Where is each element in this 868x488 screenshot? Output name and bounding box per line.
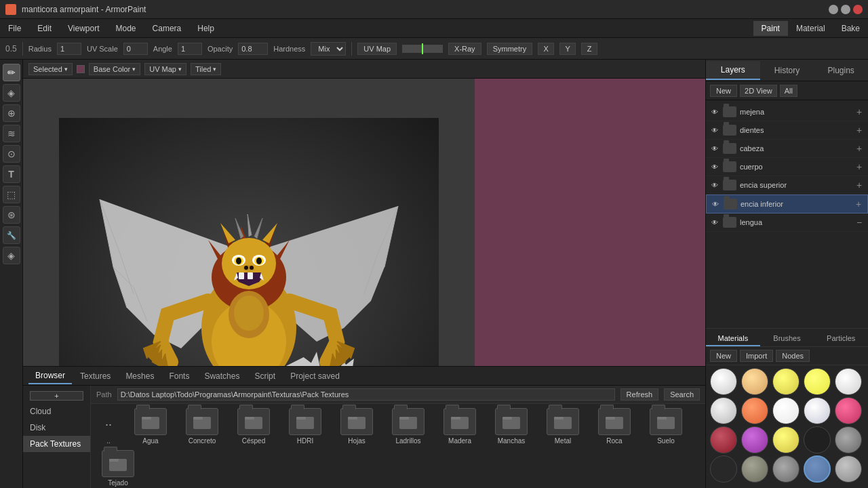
x-axis-button[interactable]: X [538, 43, 554, 55]
material-swatch[interactable] [835, 368, 862, 395]
all-button[interactable]: All [780, 85, 797, 97]
smear-tool[interactable]: ≋ [3, 125, 20, 142]
file-folder-item[interactable]: Hojas [334, 408, 380, 445]
uvscale-input[interactable] [123, 43, 148, 55]
import-material-button[interactable]: Import [740, 350, 773, 362]
eraser-tool[interactable]: ◈ [3, 84, 20, 102]
menu-camera[interactable]: Camera [144, 21, 190, 36]
file-folder-item[interactable]: Concreto [179, 408, 225, 445]
material-swatch[interactable] [835, 397, 862, 424]
file-folder-item[interactable]: Césped [231, 408, 277, 445]
layer-collapse-button[interactable]: − [854, 218, 864, 227]
text-tool[interactable]: T [3, 165, 20, 183]
material-swatch[interactable] [741, 455, 768, 483]
tab-particles[interactable]: Particles [814, 331, 868, 346]
layer-add-button[interactable]: + [854, 162, 864, 171]
material-swatch[interactable] [804, 368, 831, 395]
layer-add-button[interactable]: + [854, 180, 864, 190]
layer-visibility-toggle[interactable]: 👁 [710, 107, 719, 117]
search-button[interactable]: Search [664, 388, 700, 401]
layer-visibility-toggle[interactable]: 👁 [710, 180, 719, 190]
layer-add-button[interactable]: + [854, 199, 863, 209]
tab-brushes[interactable]: Brushes [760, 331, 814, 346]
layer-item[interactable]: 👁encia superior+ [706, 176, 868, 195]
menu-file[interactable]: File [0, 21, 29, 36]
layer-visibility-toggle[interactable]: 👁 [710, 218, 719, 227]
tab-plugins[interactable]: Plugins [814, 62, 868, 79]
layer-item[interactable]: 👁lengua− [706, 214, 868, 232]
layer-item[interactable]: 👁cuerpo+ [706, 158, 868, 176]
clone-tool[interactable]: ⊕ [3, 104, 20, 122]
material-swatch[interactable] [804, 455, 831, 483]
tab-layers[interactable]: Layers [706, 61, 760, 80]
radius-input[interactable] [57, 43, 81, 55]
symmetry-button[interactable]: Symmetry [487, 43, 533, 55]
material-swatch[interactable] [741, 368, 768, 395]
refresh-button[interactable]: Refresh [620, 388, 659, 401]
material-swatch[interactable] [710, 397, 737, 424]
xray-button[interactable]: X-Ray [448, 43, 481, 55]
particle-tool[interactable]: ⊛ [3, 206, 20, 224]
selected-dropdown[interactable]: Selected [28, 63, 73, 75]
nav-pack-textures[interactable]: Pack Textures [23, 436, 90, 452]
file-folder-item[interactable]: Suelo [643, 408, 689, 445]
file-folder-item[interactable]: Tejado [95, 450, 141, 487]
menu-viewport[interactable]: Viewport [60, 21, 107, 36]
tab-materials[interactable]: Materials [706, 331, 760, 346]
file-folder-item[interactable]: Agua [127, 408, 174, 445]
file-folder-item[interactable]: Ladrillos [385, 408, 431, 445]
base-color-dropdown[interactable]: Base Color [89, 63, 140, 75]
menu-paint[interactable]: Paint [753, 21, 788, 36]
file-folder-item[interactable]: Madera [437, 408, 483, 445]
tab-fonts[interactable]: Fonts [162, 369, 196, 384]
new-material-button[interactable]: New [710, 350, 737, 362]
nav-disk[interactable]: Disk [23, 420, 90, 436]
2d-view-button[interactable]: 2D View [740, 85, 777, 97]
menu-help[interactable]: Help [189, 21, 222, 36]
tab-swatches[interactable]: Swatches [197, 369, 246, 384]
tiled-dropdown[interactable]: Tiled [191, 63, 221, 75]
scripted-tool[interactable]: ◈ [3, 247, 20, 264]
y-axis-button[interactable]: Y [559, 43, 576, 55]
layer-item[interactable]: 👁dientes+ [706, 121, 868, 140]
layer-add-button[interactable]: + [854, 144, 864, 153]
colorpicker-tool[interactable]: 🔧 [3, 226, 20, 244]
material-swatch[interactable] [804, 426, 831, 453]
file-folder-item[interactable]: HDRI [282, 408, 328, 445]
material-swatch[interactable] [710, 455, 737, 483]
material-swatch[interactable] [835, 455, 862, 483]
menu-mode[interactable]: Mode [108, 21, 144, 36]
tab-meshes[interactable]: Meshes [119, 369, 161, 384]
path-input[interactable] [117, 388, 615, 401]
layer-visibility-toggle[interactable]: 👁 [710, 125, 719, 135]
tab-script[interactable]: Script [248, 369, 282, 384]
minimize-button[interactable] [829, 5, 838, 14]
layer-visibility-toggle[interactable]: 👁 [710, 144, 719, 153]
material-swatch[interactable] [741, 397, 768, 424]
material-swatch[interactable] [710, 368, 737, 395]
close-button[interactable] [853, 5, 863, 14]
hardness-dropdown[interactable]: Mix [311, 42, 346, 56]
layer-item[interactable]: 👁mejena+ [706, 103, 868, 121]
uv-map-dropdown[interactable]: UV Map [144, 63, 186, 75]
file-folder-item[interactable]: Roca [591, 408, 637, 445]
tab-project-saved[interactable]: Project saved [283, 369, 347, 384]
nodes-button[interactable]: Nodes [776, 350, 810, 362]
menu-bake[interactable]: Bake [833, 21, 868, 36]
opacity-input[interactable] [238, 43, 268, 55]
add-folder-button[interactable]: + [30, 391, 83, 401]
nav-cloud[interactable]: Cloud [23, 403, 90, 420]
layer-item[interactable]: 👁cabeza+ [706, 140, 868, 158]
layer-add-button[interactable]: + [854, 107, 864, 117]
layer-visibility-toggle[interactable]: 👁 [711, 199, 720, 209]
new-layer-button[interactable]: New [710, 85, 737, 97]
brush-tool[interactable]: ✏ [3, 64, 20, 81]
material-swatch[interactable] [772, 455, 800, 483]
maximize-button[interactable] [841, 5, 850, 14]
viewport[interactable]: Selected Base Color UV Map Tiled [23, 60, 705, 488]
material-swatch[interactable] [710, 426, 737, 453]
decal-tool[interactable]: ⬚ [3, 186, 20, 203]
layer-item[interactable]: 👁encia inferior+ [706, 195, 868, 214]
angle-input[interactable] [178, 43, 202, 55]
tab-history[interactable]: History [760, 62, 814, 79]
